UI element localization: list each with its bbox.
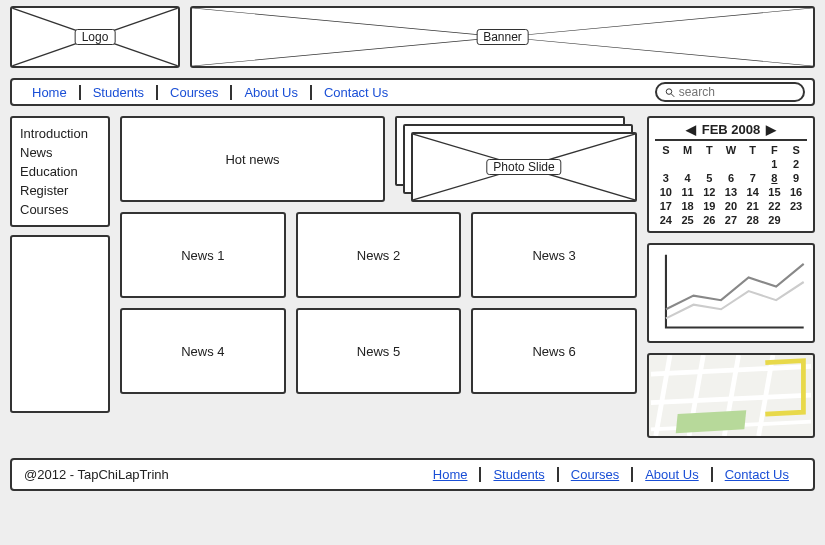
svg-point-4: [666, 88, 672, 94]
svg-line-5: [671, 93, 674, 96]
calendar-day[interactable]: 15: [764, 185, 786, 199]
calendar-dow: S: [785, 143, 807, 157]
calendar-day[interactable]: 2: [785, 157, 807, 171]
calendar-day[interactable]: 1: [764, 157, 786, 171]
calendar-day[interactable]: 20: [720, 199, 742, 213]
calendar-day[interactable]: 26: [698, 213, 720, 227]
news-card-3[interactable]: News 3: [471, 212, 637, 298]
calendar-day[interactable]: 8: [764, 171, 786, 185]
calendar-day[interactable]: 17: [655, 199, 677, 213]
photo-slide[interactable]: Photo Slide: [395, 116, 637, 202]
footer-link-home[interactable]: Home: [421, 467, 482, 482]
footer: @2012 - TapChiLapTrinh HomeStudentsCours…: [10, 458, 815, 491]
news-card-label: News 4: [181, 344, 224, 359]
calendar-day[interactable]: 4: [677, 171, 699, 185]
calendar-day[interactable]: 19: [698, 199, 720, 213]
calendar-next-icon[interactable]: ▶: [766, 122, 776, 137]
calendar-day[interactable]: 13: [720, 185, 742, 199]
calendar-day[interactable]: 27: [720, 213, 742, 227]
photo-slide-label: Photo Slide: [486, 159, 561, 175]
main-nav: HomeStudentsCoursesAbout UsContact Us: [10, 78, 815, 106]
chart-widget: [647, 243, 815, 343]
calendar-day[interactable]: 22: [764, 199, 786, 213]
search-field[interactable]: [655, 82, 805, 102]
calendar-day[interactable]: 14: [742, 185, 764, 199]
calendar-day[interactable]: 28: [742, 213, 764, 227]
calendar-title: FEB 2008: [702, 122, 761, 137]
calendar-dow: T: [742, 143, 764, 157]
news-card-label: News 5: [357, 344, 400, 359]
calendar-prev-icon[interactable]: ◀: [686, 122, 696, 137]
calendar-day[interactable]: 29: [764, 213, 786, 227]
search-icon: [665, 87, 675, 98]
calendar-dow: F: [764, 143, 786, 157]
news-card-label: News 1: [181, 248, 224, 263]
calendar-day[interactable]: 6: [720, 171, 742, 185]
nav-item-home[interactable]: Home: [20, 85, 81, 100]
calendar-day[interactable]: 5: [698, 171, 720, 185]
hot-news-label: Hot news: [225, 152, 279, 167]
calendar-day[interactable]: 23: [785, 199, 807, 213]
calendar-day[interactable]: 18: [677, 199, 699, 213]
sidebar-menu: IntroductionNewsEducationRegisterCourses: [10, 116, 110, 227]
logo-placeholder: Logo: [10, 6, 180, 68]
sidebar-item-introduction[interactable]: Introduction: [20, 124, 100, 143]
news-card-2[interactable]: News 2: [296, 212, 462, 298]
calendar-dow: M: [677, 143, 699, 157]
banner-placeholder: Banner: [190, 6, 815, 68]
nav-item-about-us[interactable]: About Us: [232, 85, 311, 100]
news-card-label: News 3: [532, 248, 575, 263]
sidebar-item-news[interactable]: News: [20, 143, 100, 162]
nav-item-students[interactable]: Students: [81, 85, 158, 100]
footer-link-students[interactable]: Students: [481, 467, 558, 482]
calendar-day[interactable]: 12: [698, 185, 720, 199]
footer-link-courses[interactable]: Courses: [559, 467, 633, 482]
calendar-dow: W: [720, 143, 742, 157]
svg-marker-16: [676, 410, 747, 433]
news-card-label: News 2: [357, 248, 400, 263]
news-card-1[interactable]: News 1: [120, 212, 286, 298]
news-card-6[interactable]: News 6: [471, 308, 637, 394]
nav-item-contact-us[interactable]: Contact Us: [312, 85, 400, 100]
footer-link-contact-us[interactable]: Contact Us: [713, 467, 801, 482]
sidebar-empty-panel: [10, 235, 110, 413]
calendar-day[interactable]: 21: [742, 199, 764, 213]
calendar-day[interactable]: 7: [742, 171, 764, 185]
footer-copyright: @2012 - TapChiLapTrinh: [24, 467, 169, 482]
logo-label: Logo: [75, 29, 116, 45]
news-card-label: News 6: [532, 344, 575, 359]
sidebar-item-courses[interactable]: Courses: [20, 200, 100, 219]
calendar-dow: S: [655, 143, 677, 157]
banner-label: Banner: [476, 29, 529, 45]
calendar-dow: T: [698, 143, 720, 157]
calendar-day[interactable]: 9: [785, 171, 807, 185]
calendar-widget[interactable]: ◀ FEB 2008 ▶ SMTWTFS 1234567891011121314…: [647, 116, 815, 233]
news-card-5[interactable]: News 5: [296, 308, 462, 394]
news-card-4[interactable]: News 4: [120, 308, 286, 394]
calendar-day[interactable]: 11: [677, 185, 699, 199]
calendar-day[interactable]: 16: [785, 185, 807, 199]
sidebar-item-register[interactable]: Register: [20, 181, 100, 200]
calendar-day[interactable]: 25: [677, 213, 699, 227]
calendar-day[interactable]: 10: [655, 185, 677, 199]
search-input[interactable]: [679, 85, 795, 99]
map-widget[interactable]: [647, 353, 815, 438]
hot-news-panel[interactable]: Hot news: [120, 116, 385, 202]
calendar-day[interactable]: 3: [655, 171, 677, 185]
footer-link-about-us[interactable]: About Us: [633, 467, 712, 482]
sidebar-item-education[interactable]: Education: [20, 162, 100, 181]
nav-item-courses[interactable]: Courses: [158, 85, 232, 100]
calendar-day[interactable]: 24: [655, 213, 677, 227]
